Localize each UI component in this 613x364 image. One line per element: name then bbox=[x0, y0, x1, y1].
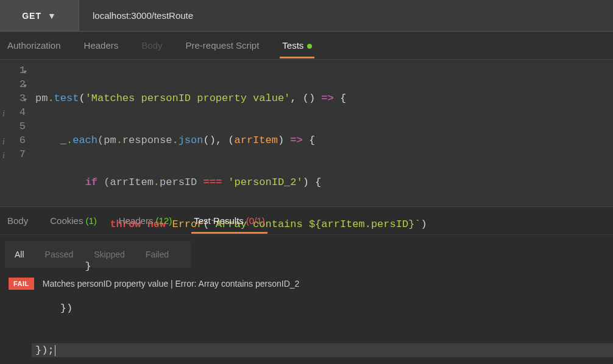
tab-headers[interactable]: Headers bbox=[84, 33, 119, 58]
tab-authorization[interactable]: Authorization bbox=[7, 33, 61, 58]
resp-tab-headers-label: Headers bbox=[119, 215, 154, 226]
info-icon[interactable]: i bbox=[2, 149, 5, 163]
test-result-text: Matches personID property value | Error:… bbox=[43, 279, 300, 289]
info-icon[interactable]: i bbox=[2, 107, 5, 121]
filter-failed[interactable]: Failed bbox=[146, 250, 169, 259]
info-icon[interactable]: i bbox=[2, 135, 5, 149]
code-area[interactable]: pm.test('Matches personID property value… bbox=[32, 60, 613, 206]
text-cursor bbox=[55, 345, 55, 356]
status-dot-icon bbox=[307, 44, 312, 49]
request-url-input[interactable] bbox=[79, 0, 613, 31]
resp-tab-body[interactable]: Body bbox=[7, 208, 28, 233]
resp-tab-headers[interactable]: Headers(12) bbox=[119, 208, 172, 233]
line-number: 5 bbox=[19, 121, 26, 132]
request-bar: GET ▼ bbox=[0, 0, 613, 32]
filter-passed[interactable]: Passed bbox=[45, 250, 74, 259]
headers-count: (12) bbox=[155, 215, 172, 226]
tab-body[interactable]: Body bbox=[141, 33, 162, 58]
resp-tab-test-results-label: Test Results bbox=[194, 215, 244, 226]
request-tabs: Authorization Headers Body Pre-request S… bbox=[0, 32, 613, 60]
filter-skipped[interactable]: Skipped bbox=[94, 250, 125, 259]
http-method-select[interactable]: GET ▼ bbox=[0, 0, 79, 31]
tab-tests[interactable]: Tests bbox=[282, 33, 312, 58]
line-number: 7 bbox=[19, 149, 26, 160]
resp-tab-cookies[interactable]: Cookies(1) bbox=[50, 208, 97, 233]
line-number: 6 bbox=[19, 135, 26, 146]
resp-tab-cookies-label: Cookies bbox=[50, 215, 83, 226]
tab-tests-label: Tests bbox=[282, 40, 303, 51]
filter-all[interactable]: All bbox=[15, 250, 24, 259]
fail-badge: FAIL bbox=[9, 278, 34, 290]
line-number: 4 bbox=[19, 107, 26, 118]
http-method-label: GET bbox=[22, 11, 41, 21]
tab-prerequest[interactable]: Pre-request Script bbox=[185, 33, 259, 58]
resp-tab-test-results[interactable]: Test Results(0/1) bbox=[194, 208, 265, 233]
test-script-editor[interactable]: 1▼ 2▼ 3▼ i4 5 i6 i7 pm.test('Matches per… bbox=[0, 60, 613, 207]
chevron-down-icon: ▼ bbox=[48, 11, 57, 21]
cookies-count: (1) bbox=[85, 215, 96, 226]
line-gutter: 1▼ 2▼ 3▼ i4 5 i6 i7 bbox=[0, 60, 32, 206]
test-results-count: (0/1) bbox=[246, 215, 265, 226]
